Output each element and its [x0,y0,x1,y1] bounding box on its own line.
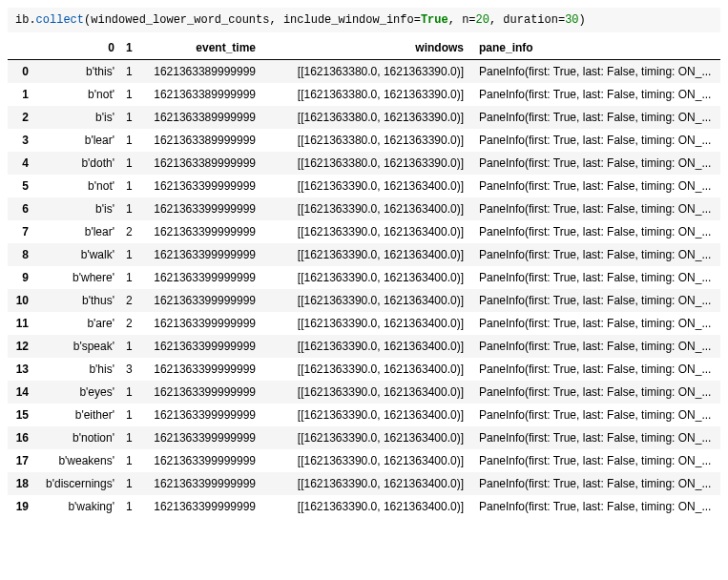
col-header-pane-info: pane_info [469,36,720,60]
cell-pane-info: PaneInfo(first: True, last: False, timin… [469,495,720,518]
cell-event-time: 1621363399999999 [137,312,261,335]
code-kwarg: include_window_info [283,13,414,27]
col-header-0: 0 [34,36,120,60]
cell-pane-info: PaneInfo(first: True, last: False, timin… [469,472,720,495]
cell-event-time: 1621363399999999 [137,197,261,220]
cell-pane-info: PaneInfo(first: True, last: False, timin… [469,426,720,449]
cell-windows: [[1621363380.0, 1621363390.0)] [261,83,469,106]
cell-event-time: 1621363399999999 [137,381,261,404]
cell-event-time: 1621363399999999 [137,426,261,449]
table-row: 11b'are'21621363399999999[[1621363390.0,… [8,312,720,335]
cell-event-time: 1621363399999999 [137,358,261,381]
cell-count: 1 [120,404,137,426]
cell-pane-info: PaneInfo(first: True, last: False, timin… [469,381,720,404]
cell-pane-info: PaneInfo(first: True, last: False, timin… [469,266,720,289]
row-index: 17 [8,449,34,472]
row-index: 1 [8,83,34,106]
cell-windows: [[1621363380.0, 1621363390.0)] [261,129,469,152]
table-row: 15b'either'11621363399999999[[1621363390… [8,404,720,426]
cell-pane-info: PaneInfo(first: True, last: False, timin… [469,83,720,106]
cell-word: b'is' [34,106,120,129]
cell-windows: [[1621363390.0, 1621363400.0)] [261,266,469,289]
cell-pane-info: PaneInfo(first: True, last: False, timin… [469,60,720,84]
row-index: 10 [8,289,34,312]
row-index: 9 [8,266,34,289]
cell-count: 2 [120,312,137,335]
code-true: True [421,13,448,27]
cell-pane-info: PaneInfo(first: True, last: False, timin… [469,404,720,426]
cell-windows: [[1621363390.0, 1621363400.0)] [261,243,469,266]
col-header-1: 1 [120,36,137,60]
cell-word: b'weakens' [34,449,120,472]
table-row: 5b'not'11621363399999999[[1621363390.0, … [8,175,720,197]
cell-pane-info: PaneInfo(first: True, last: False, timin… [469,358,720,381]
cell-word: b'this' [34,60,120,84]
code-func: collect [36,13,84,27]
table-row: 3b'lear'11621363389999999[[1621363380.0,… [8,129,720,152]
cell-count: 1 [120,152,137,175]
row-index: 18 [8,472,34,495]
cell-pane-info: PaneInfo(first: True, last: False, timin… [469,335,720,358]
cell-windows: [[1621363390.0, 1621363400.0)] [261,197,469,220]
cell-count: 1 [120,495,137,518]
cell-word: b'thus' [34,289,120,312]
cell-windows: [[1621363390.0, 1621363400.0)] [261,312,469,335]
cell-event-time: 1621363399999999 [137,404,261,426]
code-num: 30 [565,13,578,27]
cell-count: 2 [120,289,137,312]
cell-event-time: 1621363389999999 [137,83,261,106]
cell-windows: [[1621363390.0, 1621363400.0)] [261,289,469,312]
row-index: 13 [8,358,34,381]
cell-windows: [[1621363380.0, 1621363390.0)] [261,152,469,175]
row-index: 4 [8,152,34,175]
table-row: 14b'eyes'11621363399999999[[1621363390.0… [8,381,720,404]
table-row: 19b'waking'11621363399999999[[1621363390… [8,495,720,518]
cell-word: b'lear' [34,220,120,243]
cell-windows: [[1621363390.0, 1621363400.0)] [261,358,469,381]
cell-pane-info: PaneInfo(first: True, last: False, timin… [469,175,720,197]
cell-count: 2 [120,220,137,243]
cell-word: b'not' [34,175,120,197]
cell-word: b'where' [34,266,120,289]
cell-windows: [[1621363390.0, 1621363400.0)] [261,495,469,518]
code-cell: ib.collect(windowed_lower_word_counts, i… [8,8,720,32]
table-row: 10b'thus'21621363399999999[[1621363390.0… [8,289,720,312]
cell-event-time: 1621363399999999 [137,220,261,243]
cell-count: 1 [120,381,137,404]
col-header-windows: windows [261,36,469,60]
cell-pane-info: PaneInfo(first: True, last: False, timin… [469,243,720,266]
col-header-event-time: event_time [137,36,261,60]
cell-event-time: 1621363399999999 [137,472,261,495]
cell-word: b'eyes' [34,381,120,404]
table-row: 18b'discernings'11621363399999999[[16213… [8,472,720,495]
cell-count: 1 [120,106,137,129]
cell-event-time: 1621363399999999 [137,289,261,312]
row-index: 6 [8,197,34,220]
cell-windows: [[1621363390.0, 1621363400.0)] [261,381,469,404]
cell-word: b'waking' [34,495,120,518]
cell-windows: [[1621363390.0, 1621363400.0)] [261,472,469,495]
table-row: 4b'doth'11621363389999999[[1621363380.0,… [8,152,720,175]
table-row: 8b'walk'11621363399999999[[1621363390.0,… [8,243,720,266]
cell-count: 1 [120,129,137,152]
cell-count: 1 [120,83,137,106]
cell-windows: [[1621363380.0, 1621363390.0)] [261,106,469,129]
cell-windows: [[1621363390.0, 1621363400.0)] [261,175,469,197]
row-index: 5 [8,175,34,197]
cell-event-time: 1621363399999999 [137,335,261,358]
row-index: 19 [8,495,34,518]
cell-windows: [[1621363390.0, 1621363400.0)] [261,335,469,358]
row-index: 12 [8,335,34,358]
code-arg: windowed_lower_word_counts [91,13,269,27]
table-row: 16b'notion'11621363399999999[[1621363390… [8,426,720,449]
cell-word: b'not' [34,83,120,106]
cell-windows: [[1621363390.0, 1621363400.0)] [261,220,469,243]
table-row: 7b'lear'21621363399999999[[1621363390.0,… [8,220,720,243]
cell-pane-info: PaneInfo(first: True, last: False, timin… [469,312,720,335]
cell-word: b'his' [34,358,120,381]
row-index: 15 [8,404,34,426]
cell-windows: [[1621363380.0, 1621363390.0)] [261,60,469,84]
cell-event-time: 1621363399999999 [137,175,261,197]
cell-pane-info: PaneInfo(first: True, last: False, timin… [469,197,720,220]
cell-event-time: 1621363389999999 [137,60,261,84]
